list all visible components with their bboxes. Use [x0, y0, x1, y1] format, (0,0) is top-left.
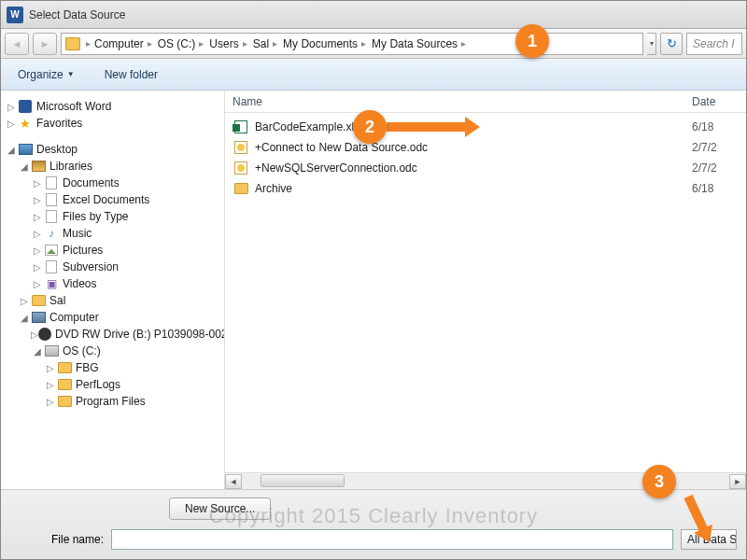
folder-icon	[65, 37, 80, 50]
tree-sal[interactable]: ▷Sal	[5, 292, 220, 309]
scroll-right-button[interactable]: ►	[729, 474, 746, 489]
crumb-mydatasources[interactable]: My Data Sources▸	[372, 37, 470, 50]
file-row[interactable]: +Connect to New Data Source.odc 2/7/2	[233, 137, 739, 158]
tree-os-c[interactable]: ◢OS (C:)	[5, 343, 220, 359]
tree-music[interactable]: ▷♪Music	[5, 225, 220, 242]
navbar: ◄ ► ▸ Computer▸ OS (C:)▸ Users▸ Sal▸ My …	[1, 29, 746, 59]
col-name[interactable]: Name	[233, 95, 692, 108]
addr-dropdown-button[interactable]: ▾	[647, 33, 656, 55]
crumb-users[interactable]: Users▸	[209, 37, 250, 50]
tree-computer[interactable]: ◢Computer	[5, 309, 220, 326]
file-pane: Name Date BarCodeExample.xlsx 6/18 +Conn…	[225, 91, 746, 489]
file-name: +NewSQLServerConnection.odc	[255, 161, 692, 175]
tree-subversion[interactable]: ▷Subversion	[5, 259, 220, 275]
tree-libraries[interactable]: ◢Libraries	[5, 158, 220, 175]
organize-menu[interactable]: Organize▼	[10, 64, 82, 85]
file-row[interactable]: BarCodeExample.xlsx 6/18	[233, 117, 739, 137]
file-row[interactable]: Archive 6/18	[233, 178, 739, 199]
file-row[interactable]: +NewSQLServerConnection.odc 2/7/2	[233, 158, 739, 178]
odc-icon	[233, 161, 249, 175]
refresh-button[interactable]: ↻	[660, 33, 683, 55]
dialog-window: W Select Data Source ◄ ► ▸ Computer▸ OS …	[0, 0, 747, 560]
arrow-2	[387, 122, 467, 132]
file-name: Archive	[255, 182, 692, 195]
tree-excel-documents[interactable]: ▷Excel Documents	[5, 191, 220, 208]
tree-microsoft-word[interactable]: ▷Microsoft Word	[5, 98, 220, 115]
crumb-osc[interactable]: OS (C:)▸	[158, 37, 208, 50]
filename-label: File name:	[10, 533, 104, 546]
tree-files-by-type[interactable]: ▷Files by Type	[5, 208, 220, 225]
scroll-left-button[interactable]: ◄	[225, 474, 242, 489]
bottom-panel: New Source... File name: All Data S	[1, 489, 746, 559]
titlebar: W Select Data Source	[1, 1, 746, 29]
file-list[interactable]: BarCodeExample.xlsx 6/18 +Connect to New…	[225, 113, 746, 472]
address-breadcrumb[interactable]: ▸ Computer▸ OS (C:)▸ Users▸ Sal▸ My Docu…	[61, 33, 643, 55]
tree-documents[interactable]: ▷Documents	[5, 175, 220, 191]
file-date: 2/7/2	[692, 141, 739, 154]
folder-icon	[233, 181, 249, 196]
file-date: 2/7/2	[692, 161, 739, 175]
window-title: Select Data Source	[29, 8, 125, 21]
callout-2: 2	[353, 110, 387, 144]
tree-videos[interactable]: ▷▣Videos	[5, 275, 220, 292]
file-date: 6/18	[692, 182, 739, 195]
tree-dvd-drive[interactable]: ▷DVD RW Drive (B:) P1039098-002	[5, 326, 220, 343]
body-pane: ▷Microsoft Word ▷★Favorites ◢Desktop ◢Li…	[1, 91, 746, 489]
word-app-icon: W	[7, 7, 23, 23]
toolbar: Organize▼ New folder	[1, 59, 746, 91]
tree-desktop[interactable]: ◢Desktop	[5, 141, 220, 158]
callout-3: 3	[642, 465, 676, 498]
xlsx-icon	[233, 119, 249, 134]
file-name: +Connect to New Data Source.odc	[255, 141, 692, 154]
tree-pictures[interactable]: ▷Pictures	[5, 242, 220, 259]
tree-program-files[interactable]: ▷Program Files	[5, 393, 220, 410]
file-date: 6/18	[692, 120, 739, 133]
crumb-computer[interactable]: Computer▸	[94, 37, 156, 50]
crumb-mydocs[interactable]: My Documents▸	[283, 37, 370, 50]
column-headers[interactable]: Name Date	[225, 91, 746, 113]
forward-button[interactable]: ►	[33, 33, 57, 55]
filename-input[interactable]	[111, 529, 673, 550]
tree-favorites[interactable]: ▷★Favorites	[5, 115, 220, 132]
callout-1: 1	[515, 24, 549, 58]
nav-tree[interactable]: ▷Microsoft Word ▷★Favorites ◢Desktop ◢Li…	[1, 91, 225, 489]
crumb-sal[interactable]: Sal▸	[253, 37, 281, 50]
search-input[interactable]: Search I	[686, 33, 742, 55]
tree-fbg[interactable]: ▷FBG	[5, 359, 220, 376]
odc-icon	[233, 140, 249, 155]
scroll-thumb[interactable]	[261, 474, 345, 487]
col-date[interactable]: Date	[692, 95, 739, 108]
new-source-button[interactable]: New Source...	[169, 497, 271, 520]
new-folder-button[interactable]: New folder	[97, 64, 165, 85]
tree-perflogs[interactable]: ▷PerfLogs	[5, 376, 220, 393]
back-button[interactable]: ◄	[5, 33, 29, 55]
